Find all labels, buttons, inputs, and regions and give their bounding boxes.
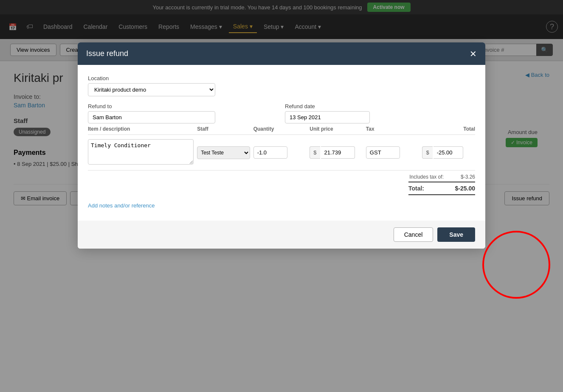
staff-select[interactable]: Test Teste bbox=[197, 146, 250, 159]
tax-input[interactable] bbox=[366, 146, 400, 159]
total-value: $-25.00 bbox=[441, 185, 475, 192]
item-table-row: Timely Conditioner Test Teste $ bbox=[88, 135, 475, 170]
add-notes-link[interactable]: Add notes and/or reference bbox=[88, 202, 155, 209]
modal-overlay: Issue refund ✕ Location Kiritaki product… bbox=[0, 0, 563, 392]
total-group: $ bbox=[422, 146, 475, 159]
refund-to-input[interactable] bbox=[88, 111, 215, 123]
save-button[interactable]: Save bbox=[437, 227, 475, 242]
refund-date-input[interactable] bbox=[285, 111, 370, 123]
item-table-header: Item / description Staff Quantity Unit p… bbox=[88, 123, 475, 135]
item-total-cell: $ bbox=[422, 146, 475, 159]
refund-row: Refund to Refund date bbox=[88, 103, 475, 123]
modal-close-button[interactable]: ✕ bbox=[470, 50, 477, 58]
currency-symbol: $ bbox=[310, 146, 320, 159]
unit-price-input[interactable] bbox=[321, 146, 355, 159]
location-label: Location bbox=[88, 75, 475, 81]
item-quantity-cell bbox=[253, 146, 307, 159]
item-unit-price-cell: $ bbox=[310, 146, 363, 159]
modal-body: Location Kiritaki product demo Refund to… bbox=[78, 65, 485, 212]
location-group: Location Kiritaki product demo bbox=[88, 75, 475, 96]
refund-date-label: Refund date bbox=[285, 103, 475, 109]
quantity-input[interactable] bbox=[253, 146, 287, 159]
total-input[interactable] bbox=[434, 146, 463, 159]
total-currency-symbol: $ bbox=[422, 146, 432, 159]
includes-tax-label: Includes tax of: bbox=[409, 174, 444, 180]
refund-to-col: Refund to bbox=[88, 103, 278, 123]
header-unit-price: Unit price bbox=[310, 126, 363, 132]
add-notes-area: Add notes and/or reference bbox=[88, 202, 475, 212]
refund-to-label: Refund to bbox=[88, 103, 278, 109]
item-staff-cell: Test Teste bbox=[197, 146, 250, 159]
header-total: Total bbox=[422, 126, 475, 132]
header-staff: Staff bbox=[197, 126, 250, 132]
location-select[interactable]: Kiritaki product demo bbox=[88, 83, 215, 96]
tax-includes-row: Includes tax of: $-3.26 bbox=[409, 174, 475, 180]
modal-header: Issue refund ✕ bbox=[78, 42, 485, 65]
total-label: Total: bbox=[408, 185, 424, 192]
header-item: Item / description bbox=[88, 126, 194, 132]
includes-tax-value: $-3.26 bbox=[461, 174, 475, 180]
total-row: Total: $-25.00 bbox=[408, 182, 475, 195]
modal-title: Issue refund bbox=[86, 49, 128, 58]
issue-refund-modal: Issue refund ✕ Location Kiritaki product… bbox=[78, 42, 485, 249]
item-description-input[interactable]: Timely Conditioner bbox=[88, 139, 194, 165]
header-tax: Tax bbox=[366, 126, 419, 132]
refund-date-col: Refund date bbox=[285, 103, 475, 123]
item-tax-cell bbox=[366, 146, 419, 159]
unit-price-group: $ bbox=[310, 146, 363, 159]
item-description-cell: Timely Conditioner bbox=[88, 139, 194, 166]
modal-footer: Cancel Save bbox=[78, 221, 485, 249]
header-quantity: Quantity bbox=[253, 126, 307, 132]
totals-section: Includes tax of: $-3.26 Total: $-25.00 bbox=[88, 174, 475, 195]
cancel-button[interactable]: Cancel bbox=[394, 227, 434, 242]
